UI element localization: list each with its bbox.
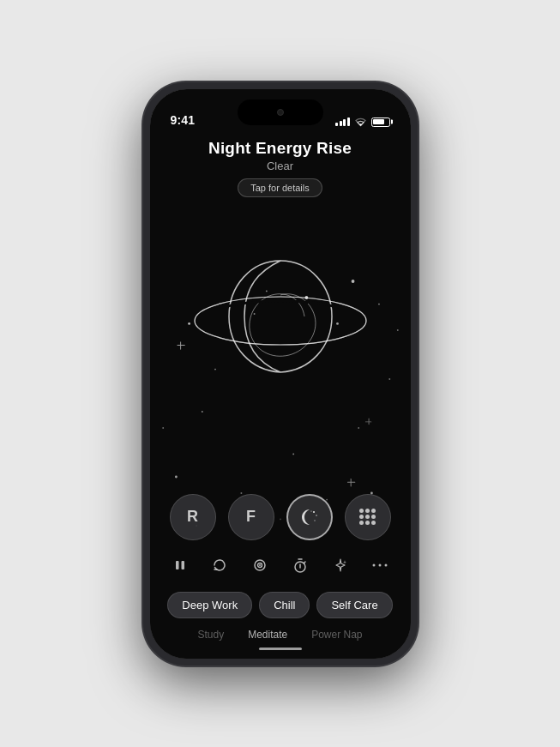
grid-dot — [359, 521, 364, 525]
f-label: F — [246, 508, 256, 526]
battery-fill — [373, 119, 384, 124]
airplay-button[interactable] — [247, 549, 274, 581]
signal-bar-1 — [335, 123, 338, 126]
sub-tag-row: Study Meditate Power Nap — [150, 625, 411, 644]
svg-rect-21 — [177, 345, 185, 346]
svg-point-18 — [396, 329, 398, 331]
svg-point-39 — [379, 563, 382, 566]
icon-row-large: R F — [150, 494, 411, 540]
wifi-icon — [354, 117, 367, 127]
svg-point-27 — [195, 297, 366, 345]
grid-dot — [371, 521, 376, 525]
grid-dot — [359, 515, 364, 519]
grid-dot — [365, 515, 370, 519]
moon-button[interactable] — [286, 494, 333, 540]
f-button[interactable]: F — [228, 494, 274, 540]
grid-dot — [371, 515, 376, 519]
camera-dot — [277, 109, 284, 116]
self-care-tag[interactable]: Self Care — [316, 592, 392, 618]
pause-icon — [173, 558, 187, 572]
study-subtag[interactable]: Study — [189, 625, 232, 644]
phone-screen: 9:41 — [150, 89, 411, 659]
signal-bar-3 — [343, 119, 346, 126]
signal-bar-2 — [340, 121, 342, 126]
chill-tag[interactable]: Chill — [259, 592, 310, 618]
refresh-button[interactable] — [207, 549, 233, 581]
svg-point-40 — [385, 563, 388, 566]
refresh-icon — [212, 557, 227, 573]
svg-point-31 — [310, 510, 311, 511]
deep-work-tag[interactable]: Deep Work — [167, 592, 252, 618]
status-time: 9:41 — [171, 113, 196, 127]
signal-bars-icon — [335, 117, 350, 126]
svg-point-8 — [292, 453, 294, 455]
r-button[interactable]: R — [170, 494, 216, 540]
svg-point-30 — [314, 520, 315, 521]
tag-row: Deep Work Chill Self Care — [150, 592, 411, 618]
meditate-subtag[interactable]: Meditate — [239, 625, 296, 644]
grid-dot — [365, 521, 370, 525]
svg-rect-22 — [350, 478, 351, 486]
svg-rect-32 — [176, 561, 179, 569]
sparkle-button[interactable] — [327, 549, 353, 581]
airplay-icon — [252, 557, 268, 573]
page-title: Night Energy Rise — [208, 139, 352, 158]
battery-icon — [371, 117, 390, 127]
timer-icon — [293, 557, 307, 573]
grid-dot — [359, 509, 364, 513]
grid-icon — [359, 509, 376, 525]
svg-point-29 — [316, 515, 317, 516]
status-icons — [335, 117, 390, 127]
phone-frame: 9:41 — [143, 82, 418, 666]
svg-rect-23 — [346, 481, 355, 482]
signal-bar-4 — [347, 117, 350, 126]
planet-illustration — [186, 218, 375, 407]
dynamic-island — [238, 99, 323, 125]
r-label: R — [187, 508, 198, 526]
svg-point-7 — [174, 475, 177, 478]
more-button[interactable] — [367, 549, 394, 581]
power-nap-subtag[interactable]: Power Nap — [303, 625, 370, 644]
svg-point-4 — [201, 411, 202, 413]
svg-rect-33 — [181, 561, 184, 569]
tap-details-button[interactable]: Tap for details — [238, 178, 322, 197]
pause-button[interactable] — [166, 549, 193, 581]
svg-point-16 — [162, 427, 164, 429]
moon-star-icon — [298, 505, 322, 529]
svg-point-38 — [373, 563, 376, 566]
main-content: Night Energy Rise Clear Tap for details — [150, 132, 411, 659]
svg-point-11 — [388, 378, 390, 380]
grid-dot — [365, 509, 370, 513]
grid-dot — [371, 509, 376, 513]
header: Night Energy Rise Clear Tap for details — [208, 132, 352, 197]
weather-subtitle: Clear — [208, 160, 352, 172]
svg-point-28 — [313, 511, 315, 513]
svg-point-36 — [259, 564, 261, 566]
home-indicator — [259, 648, 302, 650]
sparkle-icon — [333, 557, 348, 573]
svg-point-6 — [358, 427, 359, 429]
icon-row-small — [150, 549, 411, 581]
timer-button[interactable] — [287, 549, 314, 581]
grid-button[interactable] — [345, 494, 391, 540]
bottom-section: R F — [150, 494, 411, 659]
svg-point-3 — [378, 303, 380, 304]
svg-rect-25 — [364, 421, 371, 422]
more-icon — [372, 563, 388, 568]
